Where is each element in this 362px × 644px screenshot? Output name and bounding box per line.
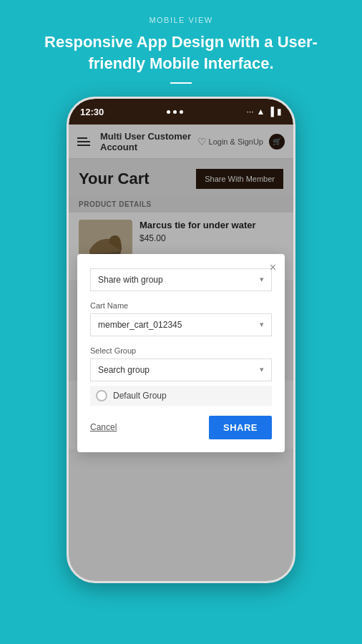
select-group-field: Select Group Search group ▾ Default Grou…: [90, 346, 272, 406]
share-type-field: Share with group ▾: [90, 268, 272, 291]
cart-name-field: Cart Name member_cart_012345 ▾: [90, 301, 272, 336]
phone-shell: 12:30 ··· ▲ ▐ ▮ Multi User Customer Acco: [67, 97, 295, 583]
status-time: 12:30: [80, 107, 104, 117]
headline: Responsive App Design with a User-friend…: [0, 31, 362, 74]
dot-3: [180, 110, 183, 114]
signal-icon: ▐: [268, 107, 274, 117]
modal-close-button[interactable]: ×: [270, 261, 276, 274]
modal-dialog: × Share with group ▾ Cart Name member_ca…: [77, 254, 285, 452]
battery-icon: ▮: [277, 107, 282, 117]
cart-name-label: Cart Name: [90, 301, 272, 310]
cancel-button[interactable]: Cancel: [90, 422, 117, 432]
share-type-value: Share with group: [98, 275, 163, 285]
divider: [170, 82, 192, 84]
status-bar: 12:30 ··· ▲ ▐ ▮: [69, 99, 293, 125]
cart-name-value: member_cart_012345: [98, 320, 182, 330]
share-type-arrow-icon: ▾: [260, 275, 264, 284]
status-right-icons: ··· ▲ ▐ ▮: [247, 107, 282, 117]
status-center-dots: [167, 110, 183, 114]
search-group-dropdown[interactable]: Search group ▾: [90, 358, 272, 381]
share-type-dropdown[interactable]: Share with group ▾: [90, 268, 272, 291]
cart-name-arrow-icon: ▾: [260, 320, 264, 329]
cart-name-dropdown[interactable]: member_cart_012345 ▾: [90, 313, 272, 336]
dot-1: [167, 110, 170, 114]
modal-actions: Cancel SHARE: [90, 416, 272, 439]
search-group-arrow-icon: ▾: [260, 365, 264, 374]
dot-2: [173, 110, 177, 114]
select-group-label: Select Group: [90, 346, 272, 355]
group-option-default[interactable]: Default Group: [90, 386, 272, 406]
radio-button-default-group[interactable]: [96, 390, 107, 401]
view-label: MOBILE VIEW: [149, 16, 212, 24]
search-group-value: Search group: [98, 365, 150, 375]
wifi-icon: ▲: [257, 107, 265, 117]
modal-overlay: × Share with group ▾ Cart Name member_ca…: [69, 125, 293, 581]
menu-dots-icon: ···: [247, 107, 254, 117]
default-group-label: Default Group: [113, 391, 167, 401]
phone-screen: Multi User Customer Account ♡ Login & Si…: [69, 125, 293, 581]
share-submit-button[interactable]: SHARE: [209, 416, 272, 439]
